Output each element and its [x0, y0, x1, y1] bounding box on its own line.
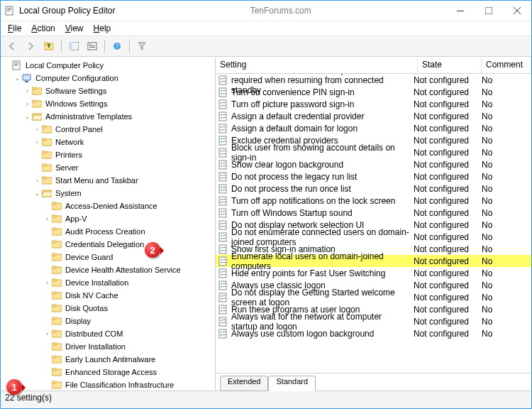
setting-row[interactable]: Turn on convenience PIN sign-inNot confi…: [216, 86, 531, 98]
collapse-icon[interactable]: ⌄: [33, 190, 41, 197]
tree-node-label: App-V: [64, 214, 89, 223]
setting-row[interactable]: Show clear logon backgroundNot configure…: [216, 158, 531, 170]
tree-node-label: Device Health Attestation Service: [64, 266, 182, 274]
tree-pane[interactable]: Local Computer Policy⌄Computer Configura…: [1, 58, 216, 391]
collapse-icon[interactable]: ⌄: [13, 75, 21, 82]
setting-state: Not configured: [409, 160, 477, 170]
tree-node[interactable]: Display: [2, 315, 215, 327]
expand-icon[interactable]: ›: [23, 100, 31, 108]
maximize-button[interactable]: [475, 1, 503, 21]
folder-icon: [32, 86, 42, 96]
close-button[interactable]: [503, 1, 531, 21]
tree-node[interactable]: Printers: [2, 148, 215, 161]
setting-row[interactable]: Assign a default credential providerNot …: [216, 110, 531, 122]
setting-comment: No: [477, 136, 531, 146]
setting-comment: No: [477, 111, 531, 121]
tree-node[interactable]: ⌄Computer Configuration: [2, 72, 215, 84]
tree-spacer: [4, 62, 11, 70]
tree-node[interactable]: ›Start Menu and Taskbar: [2, 174, 215, 187]
setting-row[interactable]: Always wait for the network at computer …: [216, 315, 531, 327]
tree-node[interactable]: ›Network: [2, 136, 215, 148]
expand-icon[interactable]: ›: [33, 177, 41, 185]
tree-node[interactable]: ›App-V: [2, 212, 215, 225]
setting-row[interactable]: Do not process the run once listNot conf…: [216, 182, 531, 195]
collapse-icon[interactable]: ⌄: [23, 113, 31, 121]
expand-icon[interactable]: ›: [33, 126, 41, 133]
tree-node[interactable]: File Classification Infrastructure: [2, 378, 215, 391]
menu-file[interactable]: File: [4, 23, 26, 34]
tree-node[interactable]: ›Control Panel: [2, 123, 215, 136]
tree-node[interactable]: Local Computer Policy: [2, 59, 215, 72]
back-button[interactable]: [4, 38, 21, 55]
tree-node[interactable]: ›Windows Settings: [2, 97, 215, 110]
up-button[interactable]: [40, 38, 57, 55]
tree-node[interactable]: ›Device Installation: [2, 276, 215, 289]
setting-row[interactable]: Turn off Windows Startup soundNot config…: [216, 207, 531, 219]
setting-row[interactable]: Do not display the Getting Started welco…: [216, 291, 531, 303]
tree-node[interactable]: Early Launch Antimalware: [2, 353, 215, 366]
setting-row[interactable]: Allow users to select when a password is…: [216, 74, 531, 86]
tree-node[interactable]: ⌄Administrative Templates: [2, 110, 215, 123]
tree-node[interactable]: Disk NV Cache: [2, 289, 215, 302]
tab-standard[interactable]: Standard: [268, 376, 316, 391]
tree-node[interactable]: Audit Process Creation: [2, 225, 215, 238]
col-state[interactable]: State: [418, 58, 482, 73]
setting-row[interactable]: Assign a default domain for logonNot con…: [216, 122, 531, 134]
setting-row[interactable]: Do not process the legacy run listNot co…: [216, 170, 531, 182]
col-setting[interactable]: Setting: [216, 58, 418, 73]
help-button[interactable]: ?: [109, 38, 126, 55]
expand-icon[interactable]: ›: [33, 138, 41, 146]
setting-row[interactable]: Do not enumerate connected users on doma…: [216, 231, 531, 243]
filter-button[interactable]: [133, 38, 150, 55]
tree-node[interactable]: Access-Denied Assistance: [2, 200, 215, 212]
tree-spacer: [43, 369, 51, 376]
menu-view[interactable]: View: [61, 23, 88, 34]
setting-row[interactable]: Turn off picture password sign-inNot con…: [216, 98, 531, 110]
toolbar: ?: [1, 36, 531, 57]
setting-row[interactable]: Hide entry points for Fast User Switchin…: [216, 267, 531, 279]
setting-row[interactable]: Enumerate local users on domain-joined c…: [216, 255, 531, 267]
forward-button[interactable]: [22, 38, 39, 55]
callout-1: 1: [6, 379, 22, 395]
tree-node[interactable]: Enhanced Storage Access: [2, 366, 215, 378]
tree-node-label: Printers: [54, 151, 84, 159]
setting-icon: [218, 317, 228, 327]
setting-comment: No: [477, 220, 531, 230]
titlebar[interactable]: Local Group Policy Editor TenForums.com: [1, 1, 531, 21]
setting-state: Not configured: [409, 280, 477, 290]
setting-row[interactable]: Block user from showing account details …: [216, 146, 531, 158]
tree-node[interactable]: Driver Installation: [2, 340, 215, 353]
tree-spacer: [43, 202, 51, 210]
expand-icon[interactable]: ›: [43, 215, 51, 223]
settings-list[interactable]: Allow users to select when a password is…: [216, 74, 531, 373]
tree-node-label: Early Launch Antimalware: [64, 355, 157, 364]
setting-icon: [218, 99, 228, 109]
col-comment[interactable]: Comment: [482, 58, 531, 73]
tree-node[interactable]: Device Health Attestation Service: [2, 263, 215, 276]
show-hide-tree-button[interactable]: [65, 38, 82, 55]
watermark: TenForums.com: [250, 6, 311, 16]
tree-node[interactable]: Device Guard: [2, 251, 215, 263]
menu-action[interactable]: Action: [27, 23, 59, 34]
tree-spacer: [33, 151, 41, 159]
tree-node[interactable]: Disk Quotas: [2, 302, 215, 315]
expand-icon[interactable]: ›: [43, 330, 51, 338]
setting-comment: No: [477, 317, 531, 327]
list-header[interactable]: Setting State Comment: [216, 58, 531, 74]
tree-node-label: Local Computer Policy: [24, 61, 105, 70]
tree-node[interactable]: Server: [2, 161, 215, 174]
setting-state: Not configured: [409, 268, 477, 278]
tree-node[interactable]: ›Distributed COM: [2, 327, 215, 340]
tree-node[interactable]: ⌄System: [2, 187, 215, 200]
setting-row[interactable]: Always use custom logon backgroundNot co…: [216, 327, 531, 339]
minimize-button[interactable]: [446, 1, 475, 21]
tree-node[interactable]: ›Software Settings: [2, 84, 215, 97]
setting-row[interactable]: Turn off app notifications on the lock s…: [216, 195, 531, 207]
tree-node[interactable]: Credentials Delegation: [2, 238, 215, 251]
expand-icon[interactable]: ›: [43, 279, 51, 287]
tab-extended[interactable]: Extended: [220, 376, 268, 391]
expand-icon[interactable]: ›: [23, 87, 31, 95]
properties-button[interactable]: [84, 38, 101, 55]
menu-help[interactable]: Help: [89, 23, 116, 34]
svg-rect-20: [89, 44, 92, 45]
